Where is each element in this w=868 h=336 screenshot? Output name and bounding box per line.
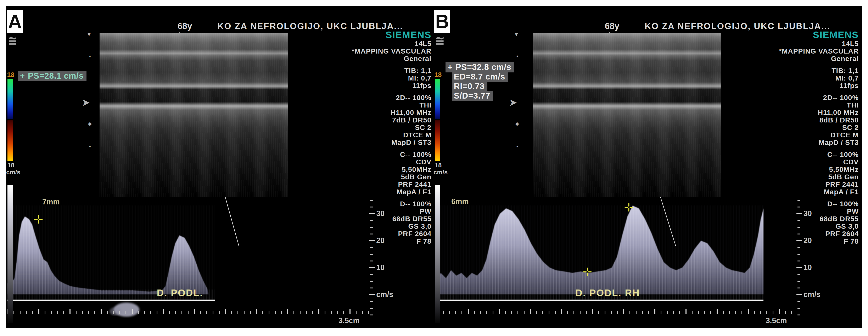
panel-letter-a: A <box>8 10 22 32</box>
colorbar-max-label-b: 18 <box>434 71 442 79</box>
velocity-unit-label: cm/s <box>376 291 393 299</box>
measurement-value: RI=0.73 <box>454 82 485 91</box>
grayscale-bar-b <box>435 185 440 323</box>
spectral-baseline-b <box>437 300 764 301</box>
exam-type-label: General <box>319 55 431 62</box>
ultrasound-dual-screen: A ≅ 68y KO ZA NEFROLOGIJO, UKC LJUBLJA..… <box>6 6 862 328</box>
spectral-baseline-a <box>7 300 215 301</box>
depth-scale-label-a: 3.5cm <box>339 317 360 325</box>
mode-2d-line: 2D-- 100% <box>747 94 859 101</box>
pointer-arrow-icon: ➤ <box>82 97 90 108</box>
settings-column-a: SIEMENS 14L5 *MAPPING VASCULAR General T… <box>319 31 431 245</box>
mode-doppler-line: 68dB DR55 <box>319 215 431 222</box>
velocity-tick-label: 30 <box>376 210 384 217</box>
spectral-waveform-b <box>437 206 764 294</box>
congruent-icon: ≅ <box>435 33 445 49</box>
annotation-label-a: D. PODL. _ <box>157 287 212 299</box>
gate-size-label-a: 7mm <box>42 198 60 206</box>
spectral-waveform-a <box>7 216 209 294</box>
focus-dot-icon: • <box>517 54 518 59</box>
mode-color-line: MapA / F1 <box>319 188 431 195</box>
bmode-image-a <box>99 33 288 197</box>
mode-2d-line: SC 2 <box>319 124 431 131</box>
gate-size-label-b: 6mm <box>451 197 469 206</box>
mode-color-line: C-- 100% <box>747 151 859 158</box>
measurement-value: PS=28.1 cm/s <box>28 71 84 80</box>
output-info-group: TIB: 1,1MI: 0,711fps <box>319 67 431 89</box>
colorbar-max-label-a: 18 <box>7 71 14 79</box>
measurement-ps-a: +PS=28.1 cm/s <box>18 71 87 81</box>
mode-doppler-group: D-- 100%PW68dB DR55GS 3,0PRF 2604F 78 <box>747 200 859 245</box>
focus-dot-icon: • <box>517 145 518 149</box>
color-variance-bar-a <box>7 120 13 161</box>
mode-2d-line: 8dB / DR50 <box>747 116 859 124</box>
transducer-label: 14L5 <box>747 40 859 47</box>
mode-doppler-line: D-- 100% <box>747 200 859 208</box>
mode-doppler-line: PRF 2604 <box>319 230 431 237</box>
panel-letter-b: B <box>435 10 449 32</box>
mode-2d-line: THI <box>747 101 859 109</box>
mode-color-line: CDV <box>319 158 431 165</box>
color-velocity-bar-b <box>435 79 440 119</box>
bmode-image-b <box>533 33 721 197</box>
measurement-value: S/D=3.77 <box>454 91 490 100</box>
measurement-sd-b: S/D=3.77 <box>452 91 493 101</box>
measurement-ed-b: ED=8.7 cm/s <box>452 72 508 82</box>
colorbar-min-label-b: 18 <box>435 162 441 169</box>
caliper-marker-b-ed <box>584 268 591 276</box>
transducer-label: 14L5 <box>319 40 431 47</box>
measurement-value: ED=8.7 cm/s <box>454 72 505 81</box>
patient-age-a: 68y <box>178 22 192 31</box>
focus-dot-icon: • <box>89 54 91 59</box>
caliper-marker-b-ps <box>625 204 632 211</box>
mode-color-line: CDV <box>747 158 859 165</box>
mode-2d-group: 2D-- 100%THIH11,00 MHz8dB / DR50SC 2DTCE… <box>747 94 859 146</box>
mode-2d-line: H11,00 MHz <box>319 109 431 116</box>
mode-2d-line: THI <box>319 101 431 109</box>
mode-doppler-line: GS 3,0 <box>319 222 431 230</box>
mode-doppler-group: D-- 100%PW68dB DR55GS 3,0PRF 2604F 78 <box>319 200 431 245</box>
mode-color-line: 5dB Gen <box>747 173 859 181</box>
mode-doppler-line: PRF 2604 <box>747 230 859 237</box>
measurement-ps-b: +PS=32.8 cm/s <box>445 62 514 72</box>
focus-diamond-icon: ◆ <box>88 121 92 126</box>
mode-color-line: MapA / F1 <box>747 188 859 195</box>
preset-label: *MAPPING VASCULAR <box>319 47 431 55</box>
mode-color-group: C-- 100%CDV5,50MHz5dB GenPRF 2441MapA / … <box>747 151 859 195</box>
mode-color-line: 5,50MHz <box>747 165 859 173</box>
velocity-tick-label: 10 <box>376 264 384 271</box>
mode-doppler-line: GS 3,0 <box>747 222 859 230</box>
institution-b: KO ZA NEFROLOGIJO, UKC LJUBLJA... <box>645 22 830 31</box>
output-info-line: MI: 0,7 <box>319 74 431 82</box>
caliper-marker-a <box>35 216 42 223</box>
velocity-tick-label: 20 <box>376 237 384 244</box>
measurement-value: PS=32.8 cm/s <box>456 62 511 71</box>
brand-logo: SIEMENS <box>319 31 431 39</box>
panel-label-box-b: B <box>434 10 450 33</box>
colorbar-min-label-a: 18 <box>7 162 14 169</box>
color-variance-bar-b <box>435 120 440 161</box>
mode-2d-group: 2D-- 100%THIH11,00 MHz7dB / DR50SC 2DTCE… <box>319 94 431 146</box>
output-info-line: MI: 0,7 <box>747 74 859 82</box>
mode-color-line: PRF 2441 <box>747 181 859 188</box>
mode-doppler-line: D-- 100% <box>319 200 431 208</box>
velocity-unit-label: cm/s <box>804 291 820 299</box>
caliper-cross-icon: + <box>20 71 25 80</box>
caliper-cross-icon: + <box>447 62 453 71</box>
mode-color-line: PRF 2441 <box>319 181 431 188</box>
measurement-ri-b: RI=0.73 <box>452 81 487 92</box>
marker-triangle-icon: ▾ <box>515 31 518 37</box>
output-info-line: 11fps <box>319 82 431 89</box>
mode-2d-line: MapD / ST3 <box>747 139 859 146</box>
institution-a: KO ZA NEFROLOGIJO, UKC LJUBLJA... <box>217 22 403 31</box>
preset-label: *MAPPING VASCULAR <box>747 47 859 55</box>
output-info-line: 11fps <box>747 82 859 89</box>
mode-doppler-line: 68dB DR55 <box>747 215 859 222</box>
output-info-line: TIB: 1,1 <box>319 67 431 74</box>
congruent-icon: ≅ <box>7 33 18 49</box>
mode-2d-line: DTCE M <box>747 131 859 139</box>
output-info-group: TIB: 1,1MI: 0,711fps <box>747 67 859 89</box>
output-info-line: TIB: 1,1 <box>747 67 859 74</box>
mode-doppler-line: F 78 <box>319 237 431 245</box>
mode-doppler-line: F 78 <box>747 237 859 245</box>
